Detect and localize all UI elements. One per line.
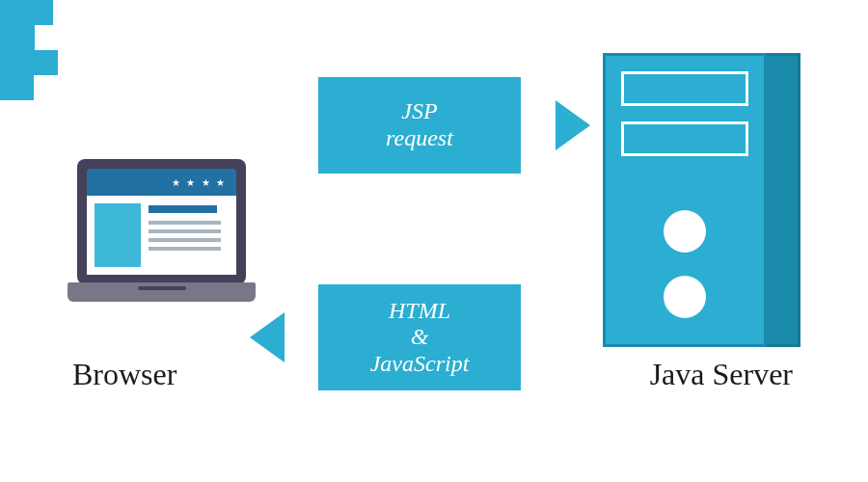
response-arrow-tail (0, 50, 58, 75)
text-lines-icon (149, 203, 229, 267)
heading-line-icon (149, 205, 217, 213)
text-line-icon (149, 238, 221, 242)
jsp-flow-diagram: ★ ★ ★ ★ Browser JSP request H (0, 0, 868, 482)
laptop-base-icon (68, 282, 256, 302)
response-line3: JavaScript (370, 351, 470, 378)
text-line-icon (149, 229, 221, 233)
text-line-icon (149, 247, 221, 251)
server-label: Java Server (650, 357, 793, 392)
server-slot-icon (621, 71, 748, 106)
laptop-trackpad-icon (138, 286, 186, 290)
server-button-icon (664, 210, 706, 253)
arrow-left-icon (250, 312, 285, 362)
response-line1: HTML (389, 298, 450, 325)
arrow-right-icon (556, 100, 590, 150)
browser-label: Browser (72, 357, 176, 392)
response-line2: & (411, 324, 429, 351)
server-button-icon (664, 276, 706, 318)
server-icon (603, 53, 800, 347)
rating-stars-icon: ★ ★ ★ ★ (172, 177, 228, 188)
request-box: JSP request (318, 77, 521, 174)
laptop-header: ★ ★ ★ ★ (87, 169, 236, 196)
request-arrow-line (0, 25, 35, 50)
thumbnail-icon (95, 203, 141, 267)
laptop-screen: ★ ★ ★ ★ (77, 159, 246, 284)
server-buttons (664, 210, 706, 318)
response-box: HTML & JavaScript (318, 284, 521, 390)
response-arrow-line (0, 75, 34, 100)
laptop-body (87, 196, 236, 275)
server-slot-icon (621, 121, 748, 156)
request-line2: request (386, 125, 453, 152)
server-side-panel (767, 53, 800, 347)
text-line-icon (149, 221, 221, 225)
browser-icon: ★ ★ ★ ★ (68, 159, 256, 318)
server-front (603, 53, 767, 347)
request-line1: JSP (401, 98, 437, 125)
request-arrow-tail (0, 0, 53, 25)
